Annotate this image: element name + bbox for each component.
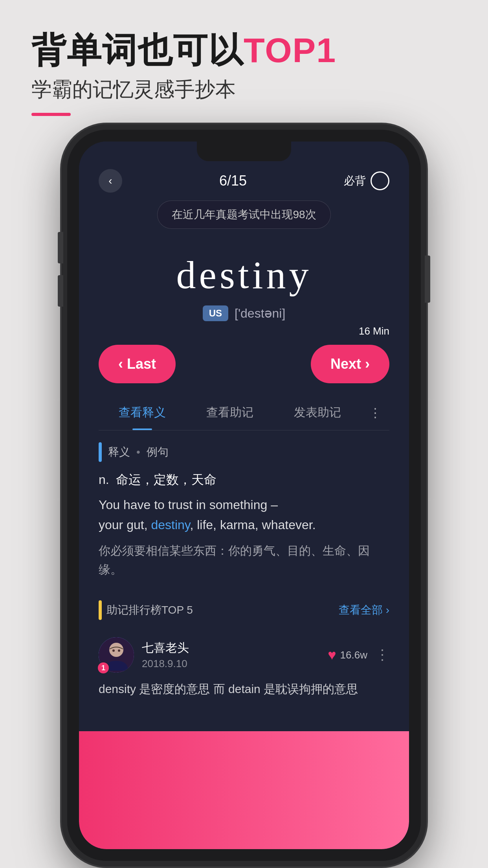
must-back-area[interactable]: 必背 <box>344 171 389 190</box>
title-area: 背单词也可以TOP1 学霸的记忆灵感手抄本 <box>31 31 336 116</box>
example-sentence-en: You have to trust in something –your gut… <box>99 495 389 535</box>
heart-icon: ♥ <box>328 647 336 663</box>
user-info: 1 七喜老头 2018.9.10 <box>99 637 189 673</box>
chevron-right-icon: › <box>386 604 389 616</box>
next-button[interactable]: Next › <box>311 345 389 383</box>
title-underline <box>31 113 71 116</box>
sentence-highlight-word: destiny <box>151 518 190 532</box>
tabs-bar: 查看释义 查看助记 发表助记 ⋮ <box>99 395 389 430</box>
post-content: density 是密度的意思 而 detain 是耽误拘押的意思 <box>99 679 389 699</box>
phone-notch <box>197 142 291 161</box>
user-date: 2018.9.10 <box>142 658 189 670</box>
appearance-tooltip: 在近几年真题考试中出现98次 <box>157 200 330 229</box>
title-top1: TOP1 <box>244 31 336 70</box>
rank-badge: 1 <box>97 662 110 674</box>
avatar-wrap: 1 <box>99 637 134 673</box>
user-post-card: 1 七喜老头 2018.9.10 ♥ 16.6w <box>99 629 389 707</box>
phone-screen: ‹ 6/15 必背 在近几年真题考试中出现98次 destiny <box>79 142 409 849</box>
tab-definition[interactable]: 查看释义 <box>99 395 186 430</box>
us-label: US <box>203 305 228 321</box>
subtitle: 学霸的记忆灵感手抄本 <box>31 76 336 103</box>
user-actions: ♥ 16.6w ⋮ <box>328 647 389 663</box>
title-text-part1: 背单词也可以 <box>31 31 244 70</box>
section-sublabel: 例句 <box>147 445 169 460</box>
volume-down-button <box>58 275 63 307</box>
phone-frame: ‹ 6/15 必背 在近几年真题考试中出现98次 destiny <box>67 130 421 861</box>
mnemonic-bar-yellow <box>99 600 102 620</box>
last-button[interactable]: ‹ Last <box>99 345 176 383</box>
user-details: 七喜老头 2018.9.10 <box>142 640 189 670</box>
word-area: destiny US ['destəni] <box>99 241 389 333</box>
svg-point-1 <box>109 643 123 657</box>
user-card-header: 1 七喜老头 2018.9.10 ♥ 16.6w <box>99 637 389 673</box>
phonetic-text: ['destəni] <box>235 306 285 321</box>
must-back-circle <box>371 171 389 190</box>
definition-pos: n. 命运，定数，天命 <box>99 471 389 489</box>
tab-post-mnemonic[interactable]: 发表助记 <box>273 395 361 430</box>
main-title: 背单词也可以TOP1 <box>31 31 336 70</box>
example-sentence-cn: 你必须要相信某些东西：你的勇气、目的、生命、因缘。 <box>99 541 389 579</box>
back-button[interactable]: ‹ <box>99 169 122 193</box>
mnemonic-section: 助记排行榜TOP 5 查看全部 › <box>99 591 389 716</box>
definition-section: 释义 • 例句 n. 命运，定数，天命 You have to trust in… <box>99 430 389 591</box>
svg-point-3 <box>118 649 120 652</box>
more-options-button[interactable]: ⋮ <box>375 647 389 663</box>
section-bar-blue <box>99 442 102 462</box>
nav-buttons-area: 16 Min ‹ Last Next › <box>99 345 389 383</box>
view-all-button[interactable]: 查看全部 › <box>339 603 389 618</box>
volume-up-button <box>58 232 63 263</box>
back-icon: ‹ <box>108 175 112 187</box>
mnemonic-title-area: 助记排行榜TOP 5 <box>99 600 193 620</box>
bottom-accent <box>79 731 409 849</box>
like-count: 16.6w <box>340 649 367 661</box>
tab-more-button[interactable]: ⋮ <box>361 396 389 430</box>
user-name: 七喜老头 <box>142 640 189 656</box>
mnemonic-title: 助记排行榜TOP 5 <box>106 603 193 618</box>
section-label: 释义 • 例句 <box>99 442 389 462</box>
progress-indicator: 6/15 <box>219 173 247 189</box>
word-display: destiny <box>99 252 389 298</box>
tab-mnemonic[interactable]: 查看助记 <box>186 395 274 430</box>
phonetic-area: US ['destəni] <box>99 305 389 321</box>
section-title-label: 释义 <box>108 445 130 460</box>
like-area[interactable]: ♥ 16.6w <box>328 647 367 663</box>
mnemonic-header: 助记排行榜TOP 5 查看全部 › <box>99 600 389 620</box>
svg-point-2 <box>112 649 115 652</box>
time-badge: 16 Min <box>359 325 389 337</box>
phone-wrapper: ‹ 6/15 必背 在近几年真题考试中出现98次 destiny <box>67 130 421 861</box>
top-bar: ‹ 6/15 必背 <box>99 169 389 193</box>
sentence-suffix: , life, karma, whatever. <box>190 518 316 532</box>
power-button <box>425 256 430 303</box>
must-back-label: 必背 <box>344 173 366 188</box>
